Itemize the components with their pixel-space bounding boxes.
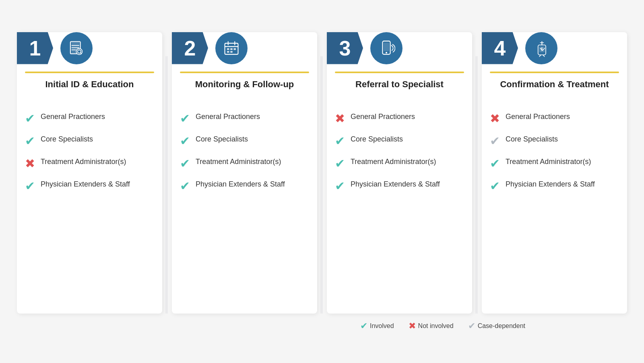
list-item: ✖ General Practioners bbox=[490, 107, 619, 129]
list-item: ✖ General Practioners bbox=[335, 107, 464, 129]
step-badge: 3 bbox=[327, 32, 363, 64]
item-label: Physician Extenders & Staff bbox=[351, 179, 440, 189]
section-title: Referral to Specialist bbox=[327, 79, 472, 107]
columns-wrapper: 1 Initial ID & Education ✔ General Pract… bbox=[12, 32, 632, 314]
item-label: Core Specialists bbox=[506, 134, 558, 144]
list-item: ✔ Treatment Administrator(s) bbox=[335, 152, 464, 174]
x-icon: ✖ bbox=[335, 113, 345, 125]
svg-rect-12 bbox=[227, 48, 229, 50]
section-title: Initial ID & Education bbox=[17, 79, 162, 107]
divider-line bbox=[335, 72, 464, 73]
column-header: 1 bbox=[17, 32, 162, 64]
page-container: 1 Initial ID & Education ✔ General Pract… bbox=[12, 32, 632, 331]
item-label: Core Specialists bbox=[41, 134, 93, 144]
list-item: ✔ Physician Extenders & Staff bbox=[335, 174, 464, 197]
gray-check-icon: ✔ bbox=[490, 135, 500, 147]
items-list: ✔ General Practioners ✔ Core Specialists… bbox=[17, 107, 162, 197]
x-icon: ✖ bbox=[490, 113, 500, 125]
icon-circle bbox=[370, 32, 402, 64]
legend-item: ✖ Not involved bbox=[409, 321, 454, 331]
item-label: General Practioners bbox=[506, 112, 570, 121]
item-label: Treatment Administrator(s) bbox=[506, 157, 591, 166]
divider-line bbox=[490, 72, 619, 73]
svg-rect-13 bbox=[230, 48, 233, 50]
list-item: ✔ Physician Extenders & Staff bbox=[25, 174, 154, 197]
divider-line bbox=[25, 72, 154, 73]
section-title: Confirmation & Treatment bbox=[482, 79, 627, 107]
section-title: Monitoring & Follow-up bbox=[172, 79, 317, 107]
list-item: ✔ Core Specialists bbox=[335, 129, 464, 152]
check-icon: ✔ bbox=[490, 180, 500, 192]
check-icon: ✔ bbox=[180, 135, 190, 147]
list-item: ✔ Treatment Administrator(s) bbox=[490, 152, 619, 174]
svg-point-19 bbox=[386, 51, 387, 53]
list-item: ✔ Physician Extenders & Staff bbox=[490, 174, 619, 197]
legend-label: Not involved bbox=[418, 322, 454, 330]
legend-item: ✔ Involved bbox=[360, 321, 394, 331]
item-label: Treatment Administrator(s) bbox=[351, 157, 436, 166]
item-label: General Practioners bbox=[351, 112, 415, 121]
list-item: ✔ Core Specialists bbox=[490, 129, 619, 152]
column-3: 3 Referral to Specialist ✖ General Pract… bbox=[327, 32, 472, 314]
legend-label: Case-dependent bbox=[478, 322, 525, 330]
step-badge: 4 bbox=[482, 32, 518, 64]
column-header: 4 bbox=[482, 32, 627, 64]
items-list: ✔ General Practioners ✔ Core Specialists… bbox=[172, 107, 317, 197]
check-icon: ✔ bbox=[180, 158, 190, 170]
column-1: 1 Initial ID & Education ✔ General Pract… bbox=[17, 32, 162, 314]
legend-icon: ✔ bbox=[468, 321, 475, 331]
svg-rect-18 bbox=[384, 43, 389, 51]
check-icon: ✔ bbox=[335, 158, 345, 170]
item-label: Physician Extenders & Staff bbox=[41, 179, 130, 189]
list-item: ✔ General Practioners bbox=[180, 107, 309, 129]
check-icon: ✔ bbox=[25, 135, 35, 147]
legend-label: Involved bbox=[370, 322, 394, 330]
list-item: ✖ Treatment Administrator(s) bbox=[25, 152, 154, 174]
step-badge: 2 bbox=[172, 32, 208, 64]
list-item: ✔ General Practioners bbox=[25, 107, 154, 129]
check-icon: ✔ bbox=[335, 135, 345, 147]
list-item: ✔ Core Specialists bbox=[180, 129, 309, 152]
check-icon: ✔ bbox=[25, 180, 35, 192]
item-label: Treatment Administrator(s) bbox=[41, 157, 126, 166]
item-label: Core Specialists bbox=[351, 134, 403, 144]
legend-row: ✔ Involved ✖ Not involved ✔ Case-depende… bbox=[12, 321, 632, 331]
item-label: Treatment Administrator(s) bbox=[196, 157, 281, 166]
icon-circle bbox=[215, 32, 248, 64]
icon-circle bbox=[525, 32, 557, 64]
legend-icon: ✖ bbox=[409, 321, 416, 331]
step-badge: 1 bbox=[17, 32, 53, 64]
check-icon: ✔ bbox=[335, 180, 345, 192]
icon-circle bbox=[60, 32, 93, 64]
column-header: 2 bbox=[172, 32, 317, 64]
check-icon: ✔ bbox=[180, 113, 190, 125]
item-label: General Practioners bbox=[41, 112, 105, 121]
svg-rect-26 bbox=[541, 47, 543, 51]
svg-rect-16 bbox=[230, 51, 233, 52]
items-list: ✖ General Practioners ✔ Core Specialists… bbox=[482, 107, 627, 197]
svg-rect-15 bbox=[227, 51, 229, 52]
list-item: ✔ Physician Extenders & Staff bbox=[180, 174, 309, 197]
legend-icon: ✔ bbox=[360, 321, 367, 331]
check-icon: ✔ bbox=[25, 113, 35, 125]
column-2: 2 Monitoring & Follow-up ✔ General Pra bbox=[172, 32, 317, 314]
column-header: 3 bbox=[327, 32, 472, 64]
list-item: ✔ Core Specialists bbox=[25, 129, 154, 152]
item-label: Physician Extenders & Staff bbox=[506, 179, 595, 189]
svg-rect-14 bbox=[234, 48, 236, 50]
x-icon: ✖ bbox=[25, 158, 35, 170]
items-list: ✖ General Practioners ✔ Core Specialists… bbox=[327, 107, 472, 197]
divider-line bbox=[180, 72, 309, 73]
item-label: Core Specialists bbox=[196, 134, 248, 144]
check-icon: ✔ bbox=[490, 158, 500, 170]
column-4: 4 Confirmation & Treatment ✖ General Pra… bbox=[482, 32, 627, 314]
check-icon: ✔ bbox=[180, 180, 190, 192]
list-item: ✔ Treatment Administrator(s) bbox=[180, 152, 309, 174]
item-label: General Practioners bbox=[196, 112, 260, 121]
item-label: Physician Extenders & Staff bbox=[196, 179, 285, 189]
legend-item: ✔ Case-dependent bbox=[468, 321, 525, 331]
